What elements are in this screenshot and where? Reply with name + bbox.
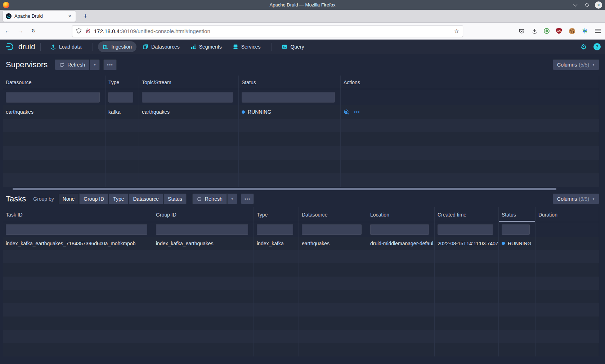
empty-row — [3, 330, 599, 343]
forward-button[interactable]: → — [15, 26, 26, 36]
row-more-icon[interactable]: ••• — [354, 109, 360, 115]
filter-status-input[interactable] — [502, 224, 530, 235]
empty-row — [3, 317, 599, 330]
filter-group-id-input[interactable] — [156, 224, 248, 235]
header-topic-stream[interactable]: Topic/Stream — [139, 76, 239, 89]
cell-created-time: 2022-08-15T14:11:03.740Z — [435, 237, 499, 250]
tasks-refresh-split: Refresh ▼ — [192, 194, 237, 204]
tab-close-button[interactable]: × — [67, 13, 73, 19]
horizontal-scrollbar-thumb[interactable] — [13, 188, 556, 190]
supervisors-refresh-button[interactable]: Refresh — [55, 59, 89, 70]
nav-query[interactable]: Query — [277, 41, 309, 52]
nav-divider — [40, 43, 41, 51]
druid-brand[interactable]: druid — [5, 42, 35, 51]
header-datasource[interactable]: Datasource — [299, 207, 367, 222]
header-duration[interactable]: Duration — [535, 207, 599, 222]
back-button[interactable]: ← — [2, 26, 13, 36]
cell-datasource: earthquakes — [299, 237, 367, 250]
filter-type-input[interactable] — [257, 224, 293, 235]
filter-task-id-input[interactable] — [6, 224, 147, 235]
ublock-origin-icon[interactable]: uO — [555, 27, 563, 35]
cell-type: index_kafka — [254, 237, 299, 250]
cookie-extension-icon[interactable] — [568, 27, 575, 35]
header-datasource[interactable]: Datasource — [3, 76, 106, 89]
filter-status-input[interactable] — [242, 92, 335, 103]
empty-row — [3, 290, 599, 303]
nav-datasources[interactable]: Datasources — [138, 41, 184, 52]
filter-datasource-input[interactable] — [6, 92, 100, 103]
tasks-refresh-dropdown[interactable]: ▼ — [227, 194, 237, 204]
reload-button[interactable]: ↻ — [28, 26, 39, 36]
new-tab-button[interactable]: + — [81, 12, 90, 21]
header-created-time[interactable]: Created time — [435, 207, 499, 222]
supervisors-more-button[interactable]: ••• — [103, 59, 117, 70]
group-by-group-id-button[interactable]: Group ID — [79, 194, 108, 204]
help-icon[interactable]: ? — [593, 43, 601, 50]
chevron-down-icon — [573, 2, 577, 7]
nav-segments[interactable]: Segments — [186, 41, 227, 52]
insecure-lock-icon[interactable] — [85, 28, 91, 34]
filter-topic-stream-input[interactable] — [142, 92, 233, 103]
bookmark-star-icon[interactable]: ☆ — [454, 28, 459, 35]
tasks-table-header: Task ID Group ID Type Datasource Locatio… — [3, 207, 599, 222]
nav-ingestion[interactable]: Ingestion — [98, 41, 136, 52]
tab-bar: Apache Druid × + — [0, 10, 605, 23]
magnify-details-icon[interactable] — [344, 109, 350, 115]
header-type[interactable]: Type — [106, 76, 139, 89]
downloads-icon[interactable] — [531, 27, 538, 35]
tasks-refresh-button[interactable]: Refresh — [192, 194, 227, 204]
menu-icon[interactable] — [594, 27, 601, 35]
group-by-none-button[interactable]: None — [58, 194, 79, 204]
ingestion-view: Supervisors Refresh ▼ ••• Columns (5 — [0, 54, 605, 364]
refresh-icon — [197, 196, 202, 202]
window-titlebar: Apache Druid — Mozilla Firefox × — [0, 0, 605, 10]
task-row[interactable]: index_kafka_earthquakes_7184357396d6c0a_… — [3, 237, 599, 250]
druid-header: druid Load data Ingestion Datasources — [0, 40, 605, 54]
cell-duration — [535, 237, 599, 250]
header-type[interactable]: Type — [254, 207, 299, 222]
filter-location-input[interactable] — [370, 224, 429, 235]
header-location[interactable]: Location — [367, 207, 435, 222]
status-text: RUNNING — [508, 241, 531, 246]
supervisors-section: Supervisors Refresh ▼ ••• Columns (5 — [0, 54, 605, 191]
window-close-button[interactable]: × — [595, 1, 602, 9]
group-by-label: Group by — [33, 196, 54, 202]
supervisor-row[interactable]: earthquakes kafka earthquakes RUNNING ••… — [3, 105, 599, 119]
filter-type-input[interactable] — [108, 92, 133, 103]
header-group-id[interactable]: Group ID — [153, 207, 254, 222]
tracking-shield-icon[interactable] — [76, 28, 82, 34]
header-status-sorted[interactable]: Status — [499, 207, 535, 222]
tasks-table: Task ID Group ID Type Datasource Locatio… — [3, 207, 599, 222]
tab-apache-druid[interactable]: Apache Druid × — [3, 11, 76, 22]
tasks-more-button[interactable]: ••• — [241, 194, 254, 204]
url-bar[interactable]: 172.18.0.4:30109/unified-console.html#in… — [72, 25, 463, 37]
nav-load-data[interactable]: Load data — [46, 41, 86, 52]
services-icon — [233, 44, 238, 50]
druid-logo-icon — [5, 42, 16, 51]
tasks-toolbar: Tasks Group by None Group ID Type Dataso… — [0, 191, 605, 207]
group-by-datasource-button[interactable]: Datasource — [129, 194, 163, 204]
header-task-id[interactable]: Task ID — [3, 207, 153, 222]
supervisors-table: Datasource Type Topic/Stream Status Acti… — [3, 76, 599, 187]
nav-services[interactable]: Services — [228, 41, 265, 52]
tab-title: Apache Druid — [14, 13, 67, 19]
empty-row — [3, 132, 599, 146]
settings-gear-icon[interactable]: ⚙ — [581, 42, 587, 51]
asterisk-extension-icon[interactable] — [581, 27, 588, 35]
columns-count: (5/5) — [579, 62, 589, 68]
supervisors-refresh-dropdown[interactable]: ▼ — [90, 59, 100, 70]
pocket-icon[interactable] — [518, 27, 525, 35]
url-input[interactable]: 172.18.0.4:30109/unified-console.html#in… — [94, 28, 451, 34]
extension-green-icon[interactable] — [544, 28, 550, 34]
supervisors-columns-button[interactable]: Columns (5/5) ▼ — [553, 59, 599, 70]
tasks-columns-button[interactable]: Columns (9/9) ▼ — [553, 194, 599, 204]
header-status[interactable]: Status — [239, 76, 341, 89]
filter-datasource-input[interactable] — [302, 224, 362, 235]
filter-created-time-input[interactable] — [438, 224, 493, 235]
window-minimize-button[interactable] — [572, 1, 579, 9]
window-maximize-button[interactable] — [583, 1, 591, 9]
tasks-refresh-label: Refresh — [205, 196, 223, 202]
group-by-status-button[interactable]: Status — [163, 194, 187, 204]
ingestion-icon — [103, 44, 108, 50]
group-by-type-button[interactable]: Type — [109, 194, 128, 204]
